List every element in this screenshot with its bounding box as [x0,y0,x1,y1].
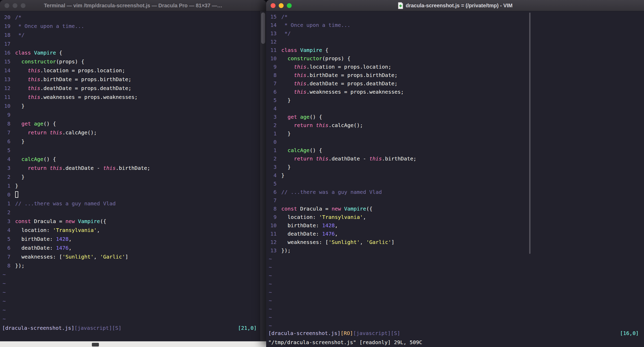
line-number: 2 [3,208,10,217]
line-number: 5 [3,235,10,243]
line-number: 5 [269,180,277,188]
code-line: 2 return this.calcAge(); [269,121,644,129]
statusline-filetype: [javascript][S] [74,325,122,331]
titlebar-title-area: dracula-screenshot.js = (/private/tmp) -… [297,0,613,11]
scrollbar-thumb[interactable] [529,13,530,254]
vim-buffer-area[interactable]: 15/*14 * Once upon a time...13 */1211cla… [266,11,644,347]
terminal-titlebar[interactable]: Terminal — vim /tmp/dracula-screenshot.j… [0,0,266,11]
code-line: 6 deathDate: 1476, [3,243,260,252]
code-line: 14 this.location = props.location; [3,66,260,75]
minimize-button[interactable] [13,3,17,8]
code-text: birthDate: 1428, [15,235,72,243]
line-number: 0 [3,190,10,199]
code-line: 3 } [269,163,644,171]
code-text: calcAge() { [15,155,56,164]
line-number: 3 [269,163,277,171]
minimize-button[interactable] [279,3,284,8]
statusline-cursor-position: [16,0] [620,329,639,338]
code-line: 10 constructor(props) { [269,54,644,63]
code-line: 5 } [269,96,644,104]
code-line: 16class Vampire { [3,48,260,57]
code-buffer: 20/*19 * Once upon a time...18 */1716cla… [0,11,260,341]
line-number: 7 [3,128,10,137]
code-line: 7 this.deathDate = props.deathDate; [269,79,644,88]
macvim-window[interactable]: dracula-screenshot.js = (/private/tmp) -… [266,0,644,347]
vim-statusline: [dracula-screenshot.js][RO][javascript][… [268,329,639,338]
code-line: 8}); [3,261,260,270]
tilde-line: ~ [269,271,644,280]
line-number: 7 [269,196,277,205]
zoom-button[interactable] [21,3,26,8]
code-line: 7 weaknesses: ['Sunlight', 'Garlic'] [3,252,260,261]
desktop: Terminal — vim /tmp/dracula-screenshot.j… [0,0,644,347]
line-number: 0 [269,138,277,146]
line-number: 3 [3,164,10,172]
code-line: 1} [3,181,260,190]
code-line: 7 return this.calcAge(); [3,128,260,137]
code-line: 15/* [269,13,644,21]
macvim-titlebar[interactable]: dracula-screenshot.js = (/private/tmp) -… [266,0,644,11]
code-line: 5 [269,180,644,188]
code-text: get age() { [15,119,56,128]
line-number: 6 [3,137,10,146]
zoom-button[interactable] [287,3,292,8]
code-text: constructor(props) { [281,54,350,63]
code-text: this.location = props.location; [15,66,125,75]
code-text: weaknesses: ['Sunlight', 'Garlic'] [15,252,128,261]
line-number: 16 [3,48,10,57]
line-number: 8 [269,205,277,213]
statusline-filename: [dracula-screenshot.js] [268,330,341,336]
background-window-strip [0,341,266,347]
code-line: 3 get age() { [269,113,644,121]
vim-buffer-area[interactable]: 20/*19 * Once upon a time...18 */1716cla… [0,11,260,341]
vim-document-icon[interactable] [398,2,403,9]
code-text: location: 'Transylvania', [15,226,100,235]
line-number: 10 [3,101,10,110]
scrollbar-thumb[interactable] [261,13,265,44]
code-line: 20/* [3,13,260,22]
tilde-line: ~ [269,296,644,305]
code-text: location: 'Transylvania', [281,213,366,221]
code-line: 1 } [269,129,644,138]
code-line: 8 this.birthDate = props.birthDate; [269,71,644,79]
line-number: 6 [3,243,10,252]
line-number: 5 [269,96,277,104]
code-line: 12 this.deathDate = props.deathDate; [3,84,260,93]
scrollbar-track[interactable] [260,11,266,341]
line-number: 15 [3,57,10,66]
terminal-window[interactable]: Terminal — vim /tmp/dracula-screenshot.j… [0,0,266,341]
code-line: 8 get age() { [3,119,260,128]
line-number: 4 [3,155,10,164]
code-line: 6 } [3,137,260,146]
tilde-line: ~ [269,255,644,263]
line-number: 9 [3,110,10,119]
code-line: 1 calcAge() { [269,146,644,154]
code-buffer: 15/*14 * Once upon a time...13 */1211cla… [266,11,644,347]
vim-statusline: [dracula-screenshot.js][javascript][S] [… [2,324,257,332]
code-text: * Once upon a time... [281,21,350,29]
line-number: 3 [269,113,277,121]
code-line: 11 deathDate: 1476, [269,230,644,238]
code-line: 2 [3,208,260,217]
code-line: 7 [269,196,644,205]
line-number: 12 [269,38,277,46]
tilde-line: ~ [269,313,644,321]
line-number: 8 [269,71,277,79]
code-line: 6// ...there was a guy named Vlad [269,188,644,196]
line-number: 20 [3,13,10,22]
close-button[interactable] [271,3,276,8]
code-text: this.birthDate = props.birthDate; [15,75,132,84]
close-button[interactable] [4,3,9,8]
code-line: 8const Dracula = new Vampire({ [269,205,644,213]
line-number: 6 [269,88,277,96]
code-text: deathDate: 1476, [281,230,338,238]
code-text: this.weaknesses = props.weaknesses; [15,93,138,101]
code-line: 0 [3,190,260,199]
code-text: this.deathDate = props.deathDate; [281,79,398,88]
code-text: deathDate: 1476, [15,243,72,252]
statusline-cursor-position: [21,0] [238,324,257,332]
code-text: // ...there was a guy named Vlad [15,199,116,208]
window-title: Terminal — vim /tmp/dracula-screenshot.j… [44,3,222,9]
code-text: this.weaknesses = props.weaknesses; [281,88,404,96]
line-number: 10 [269,221,277,230]
